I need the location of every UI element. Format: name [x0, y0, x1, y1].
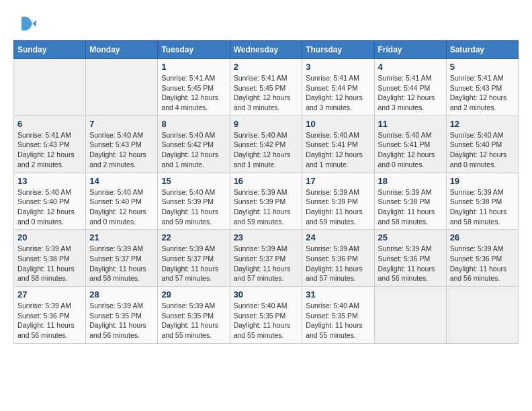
day-info: Sunrise: 5:40 AM Sunset: 5:35 PM Dayligh…: [306, 301, 370, 340]
header-row: SundayMondayTuesdayWednesdayThursdayFrid…: [14, 41, 519, 59]
day-number: 19: [450, 176, 515, 186]
day-number: 4: [378, 62, 443, 72]
week-row-1: 1Sunrise: 5:41 AM Sunset: 5:45 PM Daylig…: [14, 59, 519, 116]
day-cell: 16Sunrise: 5:39 AM Sunset: 5:39 PM Dayli…: [230, 173, 302, 230]
day-number: 6: [17, 119, 82, 129]
day-cell: 25Sunrise: 5:39 AM Sunset: 5:36 PM Dayli…: [374, 230, 446, 287]
day-number: 5: [450, 62, 515, 72]
day-cell: 19Sunrise: 5:39 AM Sunset: 5:38 PM Dayli…: [446, 173, 518, 230]
day-cell: 31Sunrise: 5:40 AM Sunset: 5:35 PM Dayli…: [302, 287, 374, 344]
day-cell: 15Sunrise: 5:40 AM Sunset: 5:39 PM Dayli…: [158, 173, 230, 230]
day-info: Sunrise: 5:39 AM Sunset: 5:38 PM Dayligh…: [450, 187, 515, 227]
day-number: 14: [89, 176, 154, 186]
day-cell: 11Sunrise: 5:40 AM Sunset: 5:41 PM Dayli…: [374, 116, 446, 173]
day-info: Sunrise: 5:40 AM Sunset: 5:35 PM Dayligh…: [234, 301, 299, 340]
day-number: 12: [450, 119, 515, 129]
calendar-header: SundayMondayTuesdayWednesdayThursdayFrid…: [14, 41, 519, 59]
day-number: 24: [306, 232, 370, 242]
day-cell: 5Sunrise: 5:41 AM Sunset: 5:43 PM Daylig…: [446, 59, 518, 116]
day-info: Sunrise: 5:40 AM Sunset: 5:41 PM Dayligh…: [306, 130, 370, 170]
day-info: Sunrise: 5:40 AM Sunset: 5:39 PM Dayligh…: [161, 187, 226, 227]
day-info: Sunrise: 5:39 AM Sunset: 5:36 PM Dayligh…: [17, 301, 82, 340]
header-monday: Monday: [86, 41, 158, 59]
day-number: 18: [378, 176, 443, 186]
day-info: Sunrise: 5:39 AM Sunset: 5:39 PM Dayligh…: [234, 187, 299, 227]
day-info: Sunrise: 5:39 AM Sunset: 5:37 PM Dayligh…: [161, 244, 226, 283]
header-sunday: Sunday: [14, 41, 86, 59]
day-number: 3: [306, 62, 370, 72]
day-info: Sunrise: 5:40 AM Sunset: 5:42 PM Dayligh…: [161, 130, 226, 170]
day-info: Sunrise: 5:41 AM Sunset: 5:44 PM Dayligh…: [378, 73, 443, 113]
day-cell: 6Sunrise: 5:41 AM Sunset: 5:43 PM Daylig…: [14, 116, 86, 173]
day-number: 11: [378, 119, 443, 129]
header-friday: Friday: [374, 41, 446, 59]
day-info: Sunrise: 5:40 AM Sunset: 5:40 PM Dayligh…: [89, 187, 154, 227]
day-number: 29: [161, 289, 226, 300]
header-thursday: Thursday: [302, 41, 374, 59]
header-tuesday: Tuesday: [158, 41, 230, 59]
day-number: 31: [306, 289, 370, 300]
day-info: Sunrise: 5:39 AM Sunset: 5:38 PM Dayligh…: [17, 244, 82, 283]
day-cell: 9Sunrise: 5:40 AM Sunset: 5:42 PM Daylig…: [230, 116, 302, 173]
day-number: 15: [161, 176, 226, 186]
day-info: Sunrise: 5:40 AM Sunset: 5:40 PM Dayligh…: [450, 130, 515, 170]
day-cell: 2Sunrise: 5:41 AM Sunset: 5:45 PM Daylig…: [230, 59, 302, 116]
day-cell: 18Sunrise: 5:39 AM Sunset: 5:38 PM Dayli…: [374, 173, 446, 230]
day-cell: [446, 287, 518, 344]
day-cell: 23Sunrise: 5:39 AM Sunset: 5:37 PM Dayli…: [230, 230, 302, 287]
day-cell: 14Sunrise: 5:40 AM Sunset: 5:40 PM Dayli…: [86, 173, 158, 230]
day-cell: 1Sunrise: 5:41 AM Sunset: 5:45 PM Daylig…: [158, 59, 230, 116]
day-cell: 22Sunrise: 5:39 AM Sunset: 5:37 PM Dayli…: [158, 230, 230, 287]
header-saturday: Saturday: [446, 41, 518, 59]
day-info: Sunrise: 5:39 AM Sunset: 5:37 PM Dayligh…: [234, 244, 299, 283]
header-wednesday: Wednesday: [230, 41, 302, 59]
day-info: Sunrise: 5:41 AM Sunset: 5:43 PM Dayligh…: [450, 73, 515, 113]
day-info: Sunrise: 5:39 AM Sunset: 5:36 PM Dayligh…: [450, 244, 515, 283]
day-number: 8: [161, 119, 226, 129]
day-cell: 30Sunrise: 5:40 AM Sunset: 5:35 PM Dayli…: [230, 287, 302, 344]
day-cell: 26Sunrise: 5:39 AM Sunset: 5:36 PM Dayli…: [446, 230, 518, 287]
header: [13, 13, 519, 34]
day-cell: 12Sunrise: 5:40 AM Sunset: 5:40 PM Dayli…: [446, 116, 518, 173]
day-info: Sunrise: 5:39 AM Sunset: 5:38 PM Dayligh…: [378, 187, 443, 227]
day-info: Sunrise: 5:39 AM Sunset: 5:35 PM Dayligh…: [89, 301, 154, 340]
day-cell: 27Sunrise: 5:39 AM Sunset: 5:36 PM Dayli…: [14, 287, 86, 344]
day-info: Sunrise: 5:39 AM Sunset: 5:35 PM Dayligh…: [161, 301, 226, 340]
day-number: 13: [17, 176, 82, 186]
day-info: Sunrise: 5:41 AM Sunset: 5:45 PM Dayligh…: [161, 73, 226, 113]
day-cell: 4Sunrise: 5:41 AM Sunset: 5:44 PM Daylig…: [374, 59, 446, 116]
day-number: 30: [234, 289, 299, 300]
day-cell: 24Sunrise: 5:39 AM Sunset: 5:36 PM Dayli…: [302, 230, 374, 287]
day-number: 21: [89, 232, 154, 242]
day-number: 22: [161, 232, 226, 242]
day-cell: 21Sunrise: 5:39 AM Sunset: 5:37 PM Dayli…: [86, 230, 158, 287]
day-cell: 10Sunrise: 5:40 AM Sunset: 5:41 PM Dayli…: [302, 116, 374, 173]
day-cell: [374, 287, 446, 344]
day-cell: [86, 59, 158, 116]
day-info: Sunrise: 5:40 AM Sunset: 5:42 PM Dayligh…: [234, 130, 299, 170]
day-cell: 13Sunrise: 5:40 AM Sunset: 5:40 PM Dayli…: [14, 173, 86, 230]
day-number: 17: [306, 176, 370, 186]
day-info: Sunrise: 5:39 AM Sunset: 5:37 PM Dayligh…: [89, 244, 154, 283]
day-number: 26: [450, 232, 515, 242]
day-number: 20: [17, 232, 82, 242]
day-number: 10: [306, 119, 370, 129]
week-row-3: 13Sunrise: 5:40 AM Sunset: 5:40 PM Dayli…: [14, 173, 519, 230]
day-info: Sunrise: 5:40 AM Sunset: 5:41 PM Dayligh…: [378, 130, 443, 170]
day-cell: 28Sunrise: 5:39 AM Sunset: 5:35 PM Dayli…: [86, 287, 158, 344]
day-info: Sunrise: 5:39 AM Sunset: 5:36 PM Dayligh…: [306, 244, 370, 283]
day-number: 23: [234, 232, 299, 242]
week-row-2: 6Sunrise: 5:41 AM Sunset: 5:43 PM Daylig…: [14, 116, 519, 173]
day-cell: 3Sunrise: 5:41 AM Sunset: 5:44 PM Daylig…: [302, 59, 374, 116]
day-info: Sunrise: 5:39 AM Sunset: 5:39 PM Dayligh…: [306, 187, 370, 227]
day-number: 9: [234, 119, 299, 129]
day-cell: [14, 59, 86, 116]
day-info: Sunrise: 5:41 AM Sunset: 5:44 PM Dayligh…: [306, 73, 370, 113]
day-number: 25: [378, 232, 443, 242]
day-cell: 17Sunrise: 5:39 AM Sunset: 5:39 PM Dayli…: [302, 173, 374, 230]
day-number: 1: [161, 62, 226, 72]
day-info: Sunrise: 5:41 AM Sunset: 5:45 PM Dayligh…: [234, 73, 299, 113]
day-info: Sunrise: 5:40 AM Sunset: 5:43 PM Dayligh…: [89, 130, 154, 170]
day-cell: 20Sunrise: 5:39 AM Sunset: 5:38 PM Dayli…: [14, 230, 86, 287]
logo: [13, 13, 36, 34]
